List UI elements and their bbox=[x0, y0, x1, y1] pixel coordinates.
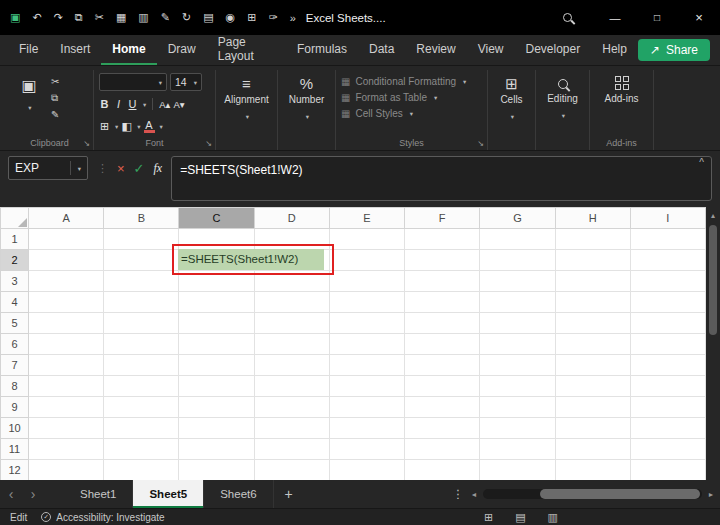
cell-B5[interactable] bbox=[104, 313, 179, 334]
cell-I8[interactable] bbox=[630, 376, 705, 397]
row-header-8[interactable]: 8 bbox=[1, 376, 29, 397]
cell-A3[interactable] bbox=[29, 271, 104, 292]
cell-H2[interactable] bbox=[555, 250, 630, 271]
column-header-a[interactable]: A bbox=[29, 208, 104, 229]
row-header-1[interactable]: 1 bbox=[1, 229, 29, 250]
cell-H5[interactable] bbox=[555, 313, 630, 334]
cell-E8[interactable] bbox=[329, 376, 404, 397]
cell-I6[interactable] bbox=[630, 334, 705, 355]
font-dialog-launcher[interactable]: ↘ bbox=[205, 139, 212, 148]
font-size-combo[interactable]: 14 bbox=[170, 73, 202, 91]
active-cell-c2[interactable]: =SHEETS(Sheet1!W2) bbox=[178, 249, 324, 270]
cell-E10[interactable] bbox=[329, 418, 404, 439]
redo-icon[interactable]: ↷ bbox=[54, 11, 63, 24]
new-document-icon[interactable]: ▤ bbox=[203, 11, 213, 24]
cell-H3[interactable] bbox=[555, 271, 630, 292]
sheet-tab-sheet5[interactable]: Sheet5 bbox=[133, 480, 204, 508]
cell-C7[interactable] bbox=[179, 355, 254, 376]
cell-E2[interactable] bbox=[329, 250, 404, 271]
horizontal-scrollbar[interactable]: ◄ ► bbox=[468, 480, 720, 508]
cell-I4[interactable] bbox=[630, 292, 705, 313]
styles-item-cell-styles[interactable]: ▦Cell Styles bbox=[341, 108, 482, 119]
cell-H1[interactable] bbox=[555, 229, 630, 250]
cell-B12[interactable] bbox=[104, 460, 179, 481]
repeat-icon[interactable]: ↻ bbox=[182, 11, 191, 24]
cell-A8[interactable] bbox=[29, 376, 104, 397]
collapse-formula-bar-icon[interactable]: ^ bbox=[699, 157, 704, 168]
cell-D10[interactable] bbox=[254, 418, 329, 439]
insert-function-button[interactable]: fx bbox=[154, 161, 163, 176]
search-button[interactable] bbox=[563, 13, 572, 22]
number-button[interactable]: % Number bbox=[283, 72, 330, 125]
cell-G8[interactable] bbox=[480, 376, 555, 397]
column-header-e[interactable]: E bbox=[329, 208, 404, 229]
picture-icon[interactable]: ▦ bbox=[116, 11, 126, 24]
cut-button[interactable]: ✂ bbox=[51, 76, 59, 87]
cell-A1[interactable] bbox=[29, 229, 104, 250]
row-header-2[interactable]: 2 bbox=[1, 250, 29, 271]
table-icon[interactable]: ⊞ bbox=[247, 11, 256, 24]
cell-C6[interactable] bbox=[179, 334, 254, 355]
cell-H12[interactable] bbox=[555, 460, 630, 481]
normal-view-icon[interactable]: ⊞ bbox=[484, 511, 493, 524]
cell-E4[interactable] bbox=[329, 292, 404, 313]
cell-E3[interactable] bbox=[329, 271, 404, 292]
column-header-b[interactable]: B bbox=[104, 208, 179, 229]
styles-item-conditional-formatting[interactable]: ▦Conditional Formatting bbox=[341, 76, 482, 87]
cell-G1[interactable] bbox=[480, 229, 555, 250]
cell-F7[interactable] bbox=[405, 355, 480, 376]
cell-C9[interactable] bbox=[179, 397, 254, 418]
cell-G9[interactable] bbox=[480, 397, 555, 418]
name-box[interactable]: EXP bbox=[8, 156, 88, 180]
cell-B10[interactable] bbox=[104, 418, 179, 439]
cell-D11[interactable] bbox=[254, 439, 329, 460]
cell-E12[interactable] bbox=[329, 460, 404, 481]
cell-D12[interactable] bbox=[254, 460, 329, 481]
paste-button[interactable]: ▣ bbox=[15, 72, 43, 120]
cell-F2[interactable] bbox=[405, 250, 480, 271]
menu-tab-data[interactable]: Data bbox=[358, 35, 405, 65]
cell-B4[interactable] bbox=[104, 292, 179, 313]
cell-C12[interactable] bbox=[179, 460, 254, 481]
font-name-combo[interactable] bbox=[99, 73, 167, 91]
vertical-scrollbar[interactable]: ▴ bbox=[706, 207, 720, 480]
cell-D8[interactable] bbox=[254, 376, 329, 397]
cell-I5[interactable] bbox=[630, 313, 705, 334]
decrease-font-button[interactable]: A▾ bbox=[173, 99, 184, 110]
column-header-g[interactable]: G bbox=[480, 208, 555, 229]
menu-tab-file[interactable]: File bbox=[8, 35, 49, 65]
row-header-10[interactable]: 10 bbox=[1, 418, 29, 439]
cell-E6[interactable] bbox=[329, 334, 404, 355]
row-header-9[interactable]: 9 bbox=[1, 397, 29, 418]
cell-I3[interactable] bbox=[630, 271, 705, 292]
cell-A12[interactable] bbox=[29, 460, 104, 481]
cell-A9[interactable] bbox=[29, 397, 104, 418]
cell-F3[interactable] bbox=[405, 271, 480, 292]
column-header-f[interactable]: F bbox=[405, 208, 480, 229]
fill-color-button[interactable]: ◧ bbox=[121, 120, 132, 133]
cell-F8[interactable] bbox=[405, 376, 480, 397]
cell-B2[interactable] bbox=[104, 250, 179, 271]
italic-button[interactable]: I bbox=[113, 98, 124, 110]
cell-F1[interactable] bbox=[405, 229, 480, 250]
menu-tab-page-layout[interactable]: Page Layout bbox=[207, 35, 286, 65]
cell-B3[interactable] bbox=[104, 271, 179, 292]
format-painter-icon[interactable]: ✎ bbox=[161, 11, 170, 24]
scroll-right-icon[interactable]: ► bbox=[705, 491, 717, 498]
horizontal-scrollbar-thumb[interactable] bbox=[540, 489, 700, 499]
cell-G11[interactable] bbox=[480, 439, 555, 460]
cell-D6[interactable] bbox=[254, 334, 329, 355]
cell-I9[interactable] bbox=[630, 397, 705, 418]
cell-D9[interactable] bbox=[254, 397, 329, 418]
enter-button[interactable]: ✓ bbox=[134, 161, 145, 176]
cell-G5[interactable] bbox=[480, 313, 555, 334]
camera-icon[interactable]: ◉ bbox=[226, 11, 236, 24]
cell-B9[interactable] bbox=[104, 397, 179, 418]
cell-B8[interactable] bbox=[104, 376, 179, 397]
styles-item-format-as-table[interactable]: ▦Format as Table bbox=[341, 92, 482, 103]
cell-H9[interactable] bbox=[555, 397, 630, 418]
cell-I12[interactable] bbox=[630, 460, 705, 481]
cells-button[interactable]: ⊞ Cells bbox=[493, 72, 530, 125]
underline-button[interactable]: U bbox=[127, 98, 138, 110]
scroll-left-icon[interactable]: ◄ bbox=[468, 491, 480, 498]
